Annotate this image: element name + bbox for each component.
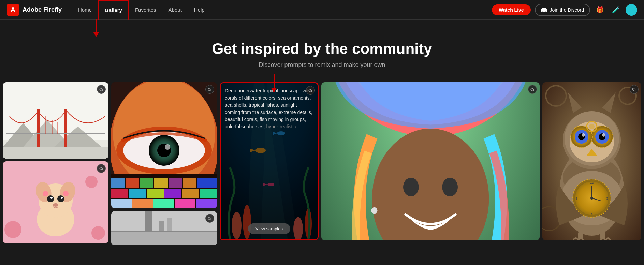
svg-text:12: 12 bbox=[590, 181, 594, 185]
nav-about[interactable]: About bbox=[162, 0, 188, 20]
hero-subtitle: Discover prompts to remix and make your … bbox=[7, 61, 637, 69]
svg-point-16 bbox=[85, 176, 98, 188]
svg-rect-6 bbox=[37, 109, 40, 147]
card-bw[interactable]: Cr bbox=[111, 211, 217, 245]
gallery-col-2: Cr Cr bbox=[111, 82, 217, 246]
nav-links: Home Gallery Favorites About Help bbox=[72, 0, 492, 20]
card-owl[interactable]: 12 3 6 9 bbox=[542, 82, 641, 240]
svg-rect-61 bbox=[111, 232, 217, 245]
svg-point-86 bbox=[371, 207, 377, 214]
join-discord-button[interactable]: Join the Discord bbox=[535, 4, 590, 16]
svg-rect-7 bbox=[64, 109, 67, 147]
svg-rect-40 bbox=[126, 178, 139, 188]
user-avatar[interactable] bbox=[626, 4, 637, 16]
card-underwater[interactable]: Cr Deep underwater tropical landscape wi… bbox=[220, 82, 319, 240]
svg-point-118 bbox=[602, 133, 605, 137]
gallery-grid: Cr bbox=[0, 82, 644, 246]
nav-home[interactable]: Home bbox=[72, 0, 98, 20]
svg-rect-44 bbox=[183, 178, 196, 188]
svg-rect-55 bbox=[175, 199, 195, 208]
nav-gallery[interactable]: Gallery bbox=[98, 0, 129, 20]
underwater-cr-badge: Cr bbox=[306, 86, 315, 95]
watch-live-button[interactable]: Watch Live bbox=[492, 4, 530, 15]
dog-image bbox=[3, 161, 108, 243]
svg-rect-2 bbox=[3, 147, 108, 159]
gift-button[interactable]: 🎁 bbox=[594, 4, 606, 16]
flask-button[interactable]: 🧪 bbox=[610, 4, 621, 16]
svg-text:3: 3 bbox=[606, 197, 608, 200]
svg-point-117 bbox=[582, 133, 585, 137]
svg-rect-41 bbox=[140, 178, 153, 188]
nav-right: Watch Live Join the Discord 🎁 🧪 bbox=[492, 4, 637, 16]
gallery-col-4: Cr bbox=[321, 82, 540, 246]
svg-point-22 bbox=[47, 195, 54, 202]
svg-rect-39 bbox=[111, 178, 125, 188]
nav-favorites[interactable]: Favorites bbox=[129, 0, 162, 20]
gift-icon: 🎁 bbox=[596, 6, 604, 14]
underwater-prompt-text: Deep underwater tropical landscape with … bbox=[225, 87, 313, 130]
discord-icon bbox=[541, 7, 547, 13]
cr-badge-bridge: Cr bbox=[97, 85, 106, 94]
cr-badge-owl: Cr bbox=[630, 85, 639, 94]
svg-rect-49 bbox=[164, 189, 181, 198]
gallery-col-1: Cr bbox=[3, 82, 108, 246]
svg-rect-8 bbox=[6, 133, 105, 134]
svg-rect-51 bbox=[200, 189, 217, 198]
svg-point-14 bbox=[4, 221, 21, 238]
underwater-overlay: Cr Deep underwater tropical landscape wi… bbox=[220, 82, 319, 240]
annotation-line bbox=[96, 19, 97, 32]
svg-rect-43 bbox=[169, 178, 182, 188]
cr-badge-dog: Cr bbox=[97, 164, 106, 173]
svg-point-83 bbox=[403, 178, 419, 196]
svg-point-102 bbox=[590, 197, 593, 200]
svg-point-25 bbox=[61, 197, 63, 199]
brand-logo-area[interactable]: A Adobe Firefly bbox=[7, 4, 62, 16]
svg-rect-46 bbox=[111, 189, 128, 198]
svg-rect-42 bbox=[154, 178, 168, 188]
card-eye[interactable]: Cr bbox=[111, 82, 217, 208]
svg-point-15 bbox=[91, 226, 105, 240]
cr-badge-woman: Cr bbox=[528, 85, 537, 94]
svg-text:9: 9 bbox=[575, 197, 577, 200]
gallery-col-3: Cr Deep underwater tropical landscape wi… bbox=[220, 82, 319, 246]
navbar: A Adobe Firefly Home Gallery Favorites A… bbox=[0, 0, 644, 20]
svg-rect-45 bbox=[197, 178, 217, 188]
discord-label: Join the Discord bbox=[550, 7, 584, 13]
flask-icon: 🧪 bbox=[612, 6, 619, 14]
svg-rect-48 bbox=[147, 189, 164, 198]
svg-rect-50 bbox=[182, 189, 199, 198]
gallery-col-5: 12 3 6 9 bbox=[542, 82, 641, 246]
card-woman[interactable]: Cr bbox=[321, 82, 540, 240]
svg-point-26 bbox=[53, 203, 58, 207]
svg-rect-53 bbox=[132, 199, 153, 208]
annotation-arrowhead bbox=[93, 32, 99, 37]
hero-title: Get inspired by the community bbox=[7, 40, 637, 57]
brand-name: Adobe Firefly bbox=[23, 6, 62, 13]
adobe-logo: A bbox=[7, 4, 19, 16]
svg-rect-54 bbox=[153, 199, 174, 208]
svg-point-37 bbox=[165, 144, 170, 150]
cr-badge-bw: Cr bbox=[205, 214, 214, 223]
nav-help[interactable]: Help bbox=[188, 0, 211, 20]
svg-point-84 bbox=[442, 178, 458, 196]
woman-image bbox=[321, 82, 540, 240]
eye-image bbox=[111, 82, 217, 208]
card-bridge[interactable]: Cr bbox=[3, 82, 108, 159]
bw-image bbox=[111, 211, 217, 245]
svg-rect-56 bbox=[196, 199, 217, 208]
svg-rect-47 bbox=[129, 189, 146, 198]
svg-point-24 bbox=[50, 197, 53, 199]
svg-text:6: 6 bbox=[591, 212, 592, 216]
cr-badge-eye: Cr bbox=[205, 85, 214, 94]
owl-image: 12 3 6 9 bbox=[542, 82, 641, 240]
view-samples-button[interactable]: View samples bbox=[248, 223, 290, 234]
svg-point-123 bbox=[589, 124, 595, 129]
svg-point-23 bbox=[57, 195, 64, 202]
gallery-annotation bbox=[93, 19, 99, 37]
svg-point-27 bbox=[43, 191, 48, 196]
bridge-image bbox=[3, 82, 108, 159]
card-dog[interactable]: Cr bbox=[3, 161, 108, 243]
svg-point-28 bbox=[63, 191, 69, 196]
svg-rect-52 bbox=[111, 199, 132, 208]
